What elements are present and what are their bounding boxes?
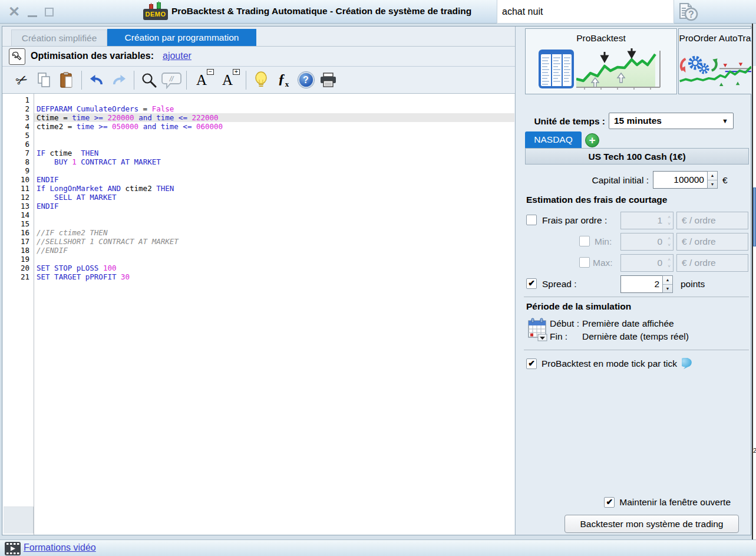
code-line[interactable]: ctime2 = time >= 050000 and time <= 0600… <box>34 122 514 131</box>
spread-checkbox[interactable]: ✔ <box>526 278 537 289</box>
wrench-icon[interactable] <box>9 48 25 65</box>
redo-icon[interactable] <box>108 70 130 91</box>
fee-row-min: Min: 0 € / ordre <box>526 232 749 252</box>
zoom-icon[interactable] <box>138 70 160 91</box>
comment-icon[interactable]: // <box>160 70 183 91</box>
keep-open-label: Maintenir la fenêtre ouverte <box>619 497 731 508</box>
line-number: 7 <box>3 149 34 157</box>
code-line[interactable]: SET TARGET pPROFIT 30 <box>34 272 514 281</box>
document-question-icon[interactable]: ? <box>676 2 699 23</box>
timeframe-select[interactable]: 15 minutes ▼ <box>609 113 734 129</box>
code-line[interactable]: //ENDIF <box>34 246 514 255</box>
fee-row-max: Max: 0 € / ordre <box>526 253 749 273</box>
chevron-down-icon: ▼ <box>722 117 728 124</box>
minimize-icon[interactable] <box>28 15 37 17</box>
line-number: 3 <box>3 113 34 122</box>
code-line[interactable]: ENDIF <box>34 175 514 184</box>
code-line[interactable]: IF ctime THEN <box>34 149 514 157</box>
film-icon[interactable] <box>5 542 21 555</box>
period-end[interactable]: Fin :Dernière date (temps réel) <box>550 331 689 342</box>
system-name-input[interactable] <box>497 0 674 24</box>
code-line[interactable]: //IF ctime2 THEN <box>34 228 514 237</box>
lightbulb-icon[interactable] <box>250 70 272 91</box>
maximize-icon[interactable] <box>45 8 54 17</box>
code-line[interactable] <box>34 219 514 228</box>
line-number: 14 <box>3 210 34 219</box>
fee-min-input[interactable]: 0 <box>620 233 674 251</box>
line-number-gutter: 123456789101112131415161718192021 <box>3 96 34 281</box>
code-editor[interactable]: 123456789101112131415161718192021 DEFPAR… <box>3 94 514 535</box>
paste-icon[interactable] <box>55 70 78 91</box>
print-icon[interactable] <box>317 70 339 91</box>
timeframe-label: Unité de temps : <box>516 116 605 127</box>
font-decrease-icon[interactable]: A− <box>190 70 213 91</box>
tab-proorder-autotrading[interactable]: ProOrder AutoTra <box>678 28 751 94</box>
period-end-value: Dernière date (temps réel) <box>582 331 689 341</box>
add-variable-link[interactable]: ajouter <box>163 51 192 61</box>
scrollbar-corner <box>4 506 34 534</box>
code-line[interactable] <box>34 210 514 219</box>
period-start[interactable]: Début :Première date affichée <box>550 318 674 329</box>
footer-bar: Formations vidéo <box>0 539 756 556</box>
divider <box>524 297 749 297</box>
code-line[interactable] <box>34 255 514 264</box>
capital-label: Capital initial : <box>527 175 649 186</box>
undo-icon[interactable] <box>85 70 108 91</box>
code-line[interactable]: //SELLSHORT 1 CONTRACT AT MARKET <box>34 237 514 246</box>
code-line[interactable] <box>34 96 514 104</box>
capital-input[interactable]: 100000 <box>653 171 708 189</box>
period-start-label: Début : <box>550 318 582 329</box>
cut-icon[interactable]: ✂ <box>11 70 33 91</box>
fee-max-checkbox[interactable] <box>579 257 590 268</box>
add-market-button[interactable]: + <box>585 133 599 147</box>
tab-creation-par-programmation[interactable]: Création par programmation <box>107 29 256 46</box>
tab-probacktest[interactable]: ProBacktest <box>525 28 677 94</box>
instrument-header: US Tech 100 Cash (1€) <box>525 148 749 165</box>
fee-min-checkbox[interactable] <box>579 236 590 246</box>
code-line[interactable]: If LongOnMarket AND ctime2 THEN <box>34 184 514 193</box>
capital-stepper[interactable]: ▲▼ <box>707 171 718 189</box>
background-window-edge: 2 <box>752 24 756 539</box>
code-line[interactable]: Ctime = time >= 220000 and time <= 22200… <box>34 113 514 122</box>
spread-stepper[interactable]: ▲▼ <box>662 275 673 293</box>
fee-row-spread: ✔ Spread : 2 ▲▼ points <box>526 274 749 294</box>
code-line[interactable] <box>34 140 514 149</box>
copy-icon[interactable] <box>33 70 55 91</box>
tab-nasdaq[interactable]: NASDAQ <box>525 131 582 148</box>
line-number: 8 <box>3 157 34 166</box>
video-training-link[interactable]: Formations vidéo <box>24 542 96 553</box>
fee-max-input[interactable]: 0 <box>620 254 674 272</box>
code-line[interactable]: BUY 1 CONTRACT AT MARKET <box>34 157 514 166</box>
capital-unit: € <box>722 175 728 186</box>
fees-title: Estimation des frais de courtage <box>526 195 667 205</box>
tab-creation-simplifiee[interactable]: Création simplifiée <box>11 29 107 46</box>
fee-per-order-checkbox[interactable] <box>526 215 537 225</box>
keep-open-row: ✔ Maintenir la fenêtre ouverte <box>604 497 731 508</box>
code-line[interactable]: ENDIF <box>34 202 514 210</box>
help-icon[interactable]: ? <box>295 70 317 91</box>
keep-open-checkbox[interactable]: ✔ <box>604 497 615 508</box>
close-icon[interactable]: ✕ <box>8 5 20 19</box>
code-line[interactable]: SELL AT MARKET <box>34 193 514 202</box>
code-line[interactable]: DEFPARAM CumulateOrders = False <box>34 104 514 113</box>
background-fragment: 2 <box>753 447 756 454</box>
line-number: 20 <box>3 264 34 272</box>
font-increase-icon[interactable]: A+ <box>216 70 239 91</box>
function-icon[interactable]: ƒx <box>272 70 295 91</box>
speech-bubble-icon[interactable] <box>682 358 696 370</box>
line-number: 9 <box>3 166 34 175</box>
fee-per-order-input[interactable]: 1 <box>620 212 674 229</box>
code-line[interactable] <box>34 131 514 140</box>
period-title: Période de la simulation <box>526 301 631 312</box>
line-number: 5 <box>3 131 34 140</box>
code-lines[interactable]: DEFPARAM CumulateOrders = FalseCtime = t… <box>34 96 514 281</box>
calendar-icon[interactable] <box>526 318 547 341</box>
code-line[interactable]: SET STOP pLOSS 100 <box>34 264 514 272</box>
tick-mode-checkbox[interactable]: ✔ <box>526 358 537 369</box>
backtest-button[interactable]: Backtester mon système de trading <box>564 515 739 533</box>
line-number: 21 <box>3 272 34 281</box>
spread-input[interactable]: 2 <box>620 275 663 293</box>
code-line[interactable] <box>34 166 514 175</box>
tick-mode-row: ✔ ProBacktest en mode tick par tick <box>526 358 696 370</box>
spread-unit: points <box>681 279 705 289</box>
